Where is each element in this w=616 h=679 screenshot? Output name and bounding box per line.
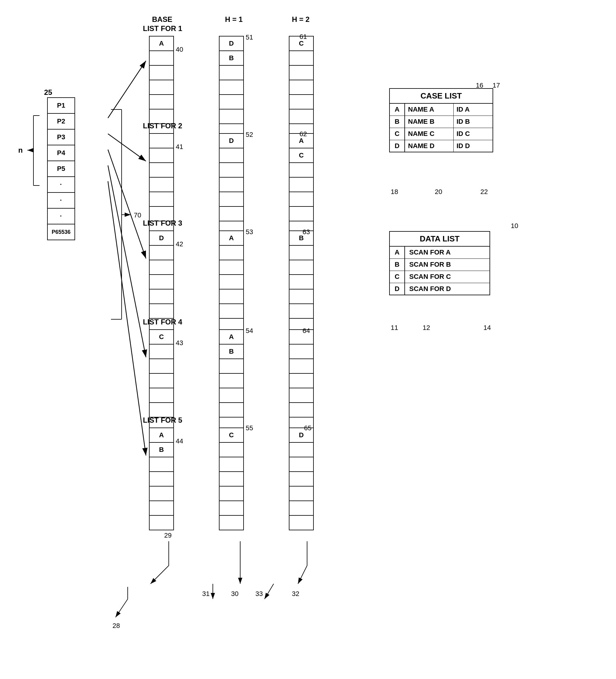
case-row-a-name: NAME A xyxy=(405,103,453,116)
cell xyxy=(219,501,244,515)
list-item: · xyxy=(47,177,75,192)
list-item: P4 xyxy=(47,145,75,161)
cell xyxy=(149,515,173,530)
cell-p2: P2 xyxy=(47,114,75,129)
ref-17: 17 xyxy=(492,82,500,89)
case-row-b-id: ID B xyxy=(453,116,493,128)
ref-10: 10 xyxy=(511,222,518,230)
ref-65: 65 xyxy=(304,424,311,432)
cell xyxy=(289,177,314,192)
cell: C xyxy=(219,428,244,443)
case-row-a-key: A xyxy=(389,103,405,116)
list-for-1-label: LIST FOR 1 xyxy=(143,24,182,33)
cell xyxy=(289,344,314,359)
case-row-b-key: B xyxy=(389,116,405,128)
h1-list-4: A B xyxy=(219,329,244,432)
cell xyxy=(219,486,244,501)
cell-dots3: · xyxy=(47,208,75,224)
cell xyxy=(149,65,173,80)
ref-64: 64 xyxy=(302,327,310,335)
h2-list-3: B xyxy=(289,230,314,333)
cell xyxy=(219,192,244,206)
svg-line-4 xyxy=(108,150,146,258)
cell: B xyxy=(149,443,173,457)
data-row-b-key: B xyxy=(389,258,405,271)
n-label: n xyxy=(18,146,23,155)
data-list-table: DATA LIST A SCAN FOR A B SCAN FOR B C SC… xyxy=(389,231,490,295)
ref-11: 11 xyxy=(391,324,398,332)
cell-p65536: P65536 xyxy=(47,224,75,240)
data-row-c-val: SCAN FOR C xyxy=(405,271,490,283)
list-item: · xyxy=(47,192,75,208)
cell-p5: P5 xyxy=(47,161,75,177)
cell xyxy=(289,402,314,417)
cell xyxy=(219,304,244,318)
case-row-d-name: NAME D xyxy=(405,140,453,152)
cell xyxy=(289,501,314,515)
ref-41: 41 xyxy=(176,143,183,151)
cell xyxy=(149,486,173,501)
data-row-c-key: C xyxy=(389,271,405,283)
ref-53: 53 xyxy=(246,228,253,236)
case-row-b-name: NAME B xyxy=(405,116,453,128)
cell xyxy=(289,515,314,530)
cell: C xyxy=(149,330,173,344)
cell xyxy=(219,109,244,124)
cell xyxy=(149,95,173,109)
ref-51: 51 xyxy=(246,33,253,41)
h2-list-1: C xyxy=(289,36,314,139)
svg-line-20 xyxy=(264,584,273,599)
cell xyxy=(219,260,244,274)
ref-70: 70 xyxy=(134,211,141,219)
data-row-d-val: SCAN FOR D xyxy=(405,283,490,295)
ref-32: 32 xyxy=(292,590,299,598)
list-item: P2 xyxy=(47,114,75,129)
list-for-4-label: LIST FOR 4 xyxy=(143,318,182,326)
cell xyxy=(289,457,314,472)
list-for-3-label: LIST FOR 3 xyxy=(143,219,182,227)
ref-20: 20 xyxy=(435,188,442,196)
svg-line-5 xyxy=(108,165,146,357)
pointer-list-label: 25 xyxy=(44,88,52,97)
cell xyxy=(149,192,173,206)
ref-29: 29 xyxy=(164,531,171,540)
list-item: P65536 xyxy=(47,224,75,240)
cell xyxy=(149,260,173,274)
cell xyxy=(149,501,173,515)
cell: A xyxy=(219,330,244,344)
cell xyxy=(149,388,173,402)
case-list-title: CASE LIST xyxy=(389,89,493,103)
cell xyxy=(149,133,173,148)
cell xyxy=(149,289,173,304)
case-row-a-id: ID A xyxy=(453,103,493,116)
cell xyxy=(149,457,173,472)
case-row-c-name: NAME C xyxy=(405,128,453,140)
svg-line-12 xyxy=(151,565,169,584)
cell xyxy=(289,65,314,80)
data-row-a-val: SCAN FOR A xyxy=(405,246,490,258)
diagram: BASE H = 1 H = 2 25 P1 P2 P3 P4 P5 · · ·… xyxy=(0,0,616,679)
list-for-5-label: LIST FOR 5 xyxy=(143,416,182,424)
h2-list-5: D xyxy=(289,427,314,530)
cell xyxy=(219,402,244,417)
cell xyxy=(289,304,314,318)
cell xyxy=(289,95,314,109)
base-list-5: A B xyxy=(149,427,174,530)
h1-list-5: C xyxy=(219,427,244,530)
cell xyxy=(219,95,244,109)
cell xyxy=(289,192,314,206)
cell xyxy=(149,51,173,65)
ref-22: 22 xyxy=(480,188,488,196)
ref-54: 54 xyxy=(246,327,253,335)
h2-label: H = 2 xyxy=(292,15,310,24)
ref-33: 33 xyxy=(255,590,263,598)
list-item: P1 xyxy=(47,98,75,114)
cell xyxy=(289,374,314,388)
list-item: · xyxy=(47,208,75,224)
base-label: BASE xyxy=(152,15,172,24)
cell xyxy=(289,163,314,177)
pointer-list: P1 P2 P3 P4 P5 · · · P65536 xyxy=(47,97,75,240)
cell xyxy=(219,472,244,486)
cell xyxy=(219,515,244,530)
ref-63: 63 xyxy=(302,228,310,236)
